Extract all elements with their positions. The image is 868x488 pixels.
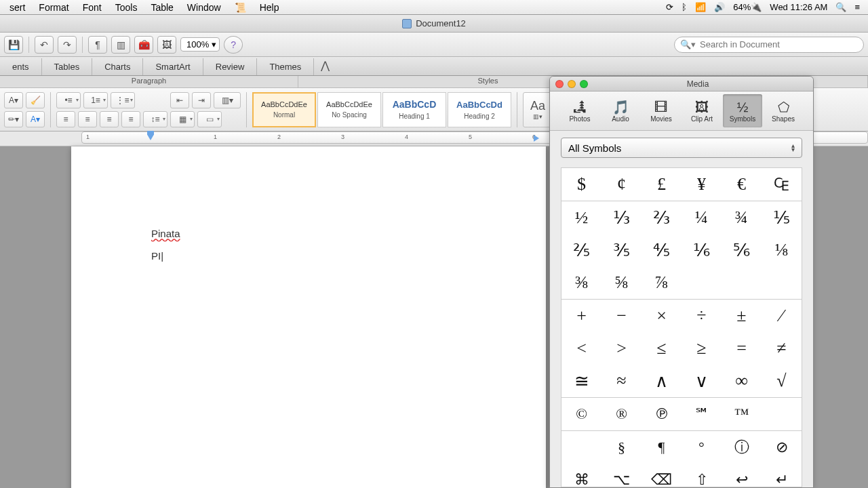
- help-button[interactable]: ?: [224, 36, 243, 54]
- symbol-¶[interactable]: ¶: [642, 431, 682, 464]
- menu-help[interactable]: Help: [253, 2, 286, 13]
- themes-button[interactable]: Aa ▥▾: [523, 92, 553, 127]
- symbol-¢[interactable]: ¢: [601, 168, 642, 201]
- media-tab-audio[interactable]: 🎵Audio: [601, 94, 640, 127]
- bullets-button[interactable]: •≡: [56, 92, 81, 108]
- symbol-⅞[interactable]: ⅞: [642, 266, 682, 299]
- symbol-$[interactable]: $: [561, 168, 601, 201]
- tab-elements[interactable]: ents: [0, 58, 42, 75]
- numbering-button[interactable]: 1≡: [83, 92, 108, 108]
- symbol-category-select[interactable]: All Symbols ▴▾: [561, 138, 802, 158]
- save-button[interactable]: 💾: [4, 36, 23, 54]
- tab-themes[interactable]: Themes: [257, 58, 314, 75]
- sidebar-button[interactable]: ▥: [111, 36, 130, 54]
- tab-tables[interactable]: Tables: [42, 58, 93, 75]
- media-tab-clip-art[interactable]: 🖼Clip Art: [682, 94, 722, 127]
- document-page[interactable]: Pinata PI: [71, 146, 546, 488]
- doc-text-cursor-line[interactable]: PI: [151, 250, 466, 262]
- symbol-apple[interactable]: [561, 431, 601, 464]
- ribbon-collapse-icon[interactable]: ⋀: [314, 56, 336, 75]
- media-tab-shapes[interactable]: ⬠Shapes: [764, 94, 803, 127]
- symbol-£[interactable]: £: [642, 168, 682, 201]
- undo-button[interactable]: ↶: [35, 36, 54, 54]
- symbol-¼[interactable]: ¼: [682, 201, 722, 234]
- symbol-−[interactable]: −: [601, 300, 642, 332]
- symbol-√[interactable]: √: [762, 365, 802, 397]
- menu-tools[interactable]: Tools: [108, 2, 144, 13]
- symbol-×[interactable]: ×: [642, 300, 682, 332]
- align-left-button[interactable]: ≡: [56, 111, 75, 127]
- symbol-§[interactable]: §: [601, 431, 642, 464]
- symbol-℠[interactable]: ℠: [682, 398, 722, 430]
- symbol-↵[interactable]: ↵: [762, 464, 802, 487]
- style-no-spacing[interactable]: AaBbCcDdEeNo Spacing: [317, 92, 381, 127]
- symbol-₠[interactable]: ₠: [762, 168, 802, 201]
- menu-insert[interactable]: sert: [3, 2, 32, 13]
- menu-format[interactable]: Format: [32, 2, 75, 13]
- symbol-⅙[interactable]: ⅙: [682, 234, 722, 266]
- style-normal[interactable]: AaBbCcDdEeNormal: [252, 92, 316, 127]
- symbol-≠[interactable]: ≠: [762, 332, 802, 365]
- symbol-⊘[interactable]: ⊘: [762, 431, 802, 464]
- search-box[interactable]: 🔍▾: [674, 37, 864, 53]
- gallery-button[interactable]: 🖼: [157, 36, 176, 54]
- symbol-∨[interactable]: ∨: [682, 365, 722, 397]
- symbol-≤[interactable]: ≤: [642, 332, 682, 365]
- redo-button[interactable]: ↷: [58, 36, 77, 54]
- symbol-™[interactable]: ™: [722, 398, 762, 430]
- media-titlebar[interactable]: Media: [550, 77, 813, 92]
- toolbox-button[interactable]: 🧰: [134, 36, 153, 54]
- symbol-≥[interactable]: ≥: [682, 332, 722, 365]
- symbol-€[interactable]: €: [722, 168, 762, 201]
- close-icon[interactable]: [555, 80, 564, 88]
- menu-window[interactable]: Window: [180, 2, 228, 13]
- symbol-∞[interactable]: ∞: [722, 365, 762, 397]
- symbol-+[interactable]: +: [561, 300, 601, 332]
- right-margin-marker-icon[interactable]: [534, 135, 539, 142]
- symbol-¾[interactable]: ¾: [722, 201, 762, 234]
- symbol-⌘[interactable]: ⌘: [561, 464, 601, 487]
- symbol-⅖[interactable]: ⅖: [561, 234, 601, 266]
- tab-charts[interactable]: Charts: [92, 58, 143, 75]
- symbol-⅝[interactable]: ⅝: [601, 266, 642, 299]
- minimize-icon[interactable]: [568, 80, 576, 88]
- media-tab-movies[interactable]: 🎞Movies: [642, 94, 681, 127]
- borders-button[interactable]: ▭: [197, 111, 222, 127]
- media-tab-symbols[interactable]: ½Symbols: [723, 94, 762, 127]
- indent-marker-icon[interactable]: [147, 131, 154, 140]
- symbol-½[interactable]: ½: [561, 201, 601, 234]
- clear-formatting-button[interactable]: 🧹: [26, 92, 45, 108]
- shading-button[interactable]: ▦: [170, 111, 195, 127]
- symbol->[interactable]: >: [601, 332, 642, 365]
- doc-text-pinata[interactable]: Pinata: [151, 228, 466, 239]
- zoom-select[interactable]: 100%▾: [180, 37, 220, 52]
- symbol-⅓[interactable]: ⅓: [601, 201, 642, 234]
- symbol-®[interactable]: ®: [601, 398, 642, 430]
- symbol-⌫[interactable]: ⌫: [642, 464, 682, 487]
- align-center-button[interactable]: ≡: [78, 111, 97, 127]
- media-tab-photos[interactable]: 🏞Photos: [560, 94, 599, 127]
- line-spacing-button[interactable]: ↕≡: [143, 111, 167, 127]
- symbol-⅚[interactable]: ⅚: [722, 234, 762, 266]
- menu-font[interactable]: Font: [76, 2, 108, 13]
- notification-icon[interactable]: ≡: [854, 2, 860, 12]
- symbol-⅔[interactable]: ⅔: [642, 201, 682, 234]
- symbol-∧[interactable]: ∧: [642, 365, 682, 397]
- multilevel-button[interactable]: ⋮≡: [111, 92, 135, 108]
- font-color-button[interactable]: A▾: [26, 111, 45, 127]
- symbol-¥[interactable]: ¥: [682, 168, 722, 201]
- symbol-÷[interactable]: ÷: [682, 300, 722, 332]
- symbol-≅[interactable]: ≅: [561, 365, 601, 397]
- symbol-⅗[interactable]: ⅗: [601, 234, 642, 266]
- symbol-℗[interactable]: ℗: [642, 398, 682, 430]
- symbol-©[interactable]: ©: [561, 398, 601, 430]
- menu-table[interactable]: Table: [144, 2, 180, 13]
- highlight-button[interactable]: ✏▾: [4, 111, 23, 127]
- symbol-ⓘ[interactable]: ⓘ: [722, 431, 762, 464]
- symbol-⅛[interactable]: ⅛: [762, 234, 802, 266]
- align-right-button[interactable]: ≡: [100, 111, 119, 127]
- style-heading-2[interactable]: AaBbCcDdHeading 2: [448, 92, 511, 127]
- tab-review[interactable]: Review: [203, 58, 258, 75]
- symbol-⇧[interactable]: ⇧: [682, 464, 722, 487]
- align-justify-button[interactable]: ≡: [121, 111, 140, 127]
